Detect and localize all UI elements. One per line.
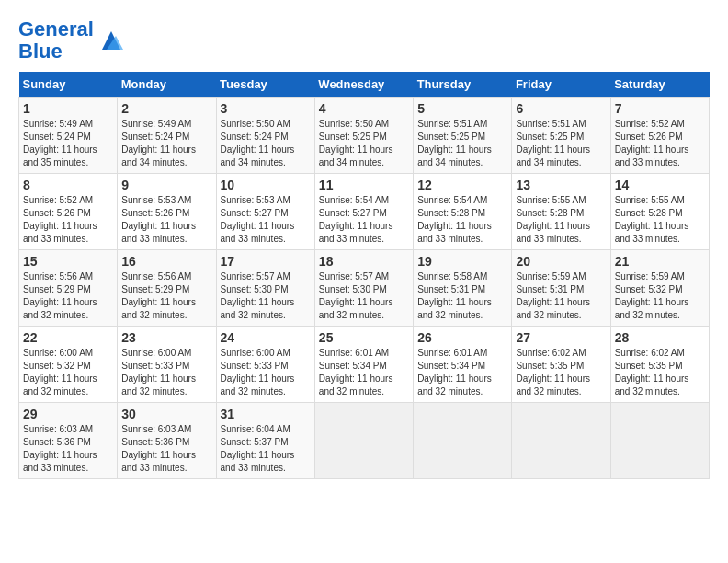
day-info: Sunrise: 5:55 AMSunset: 5:28 PMDaylight:…	[615, 194, 705, 246]
day-info: Sunrise: 6:00 AMSunset: 5:33 PMDaylight:…	[121, 347, 211, 398]
day-number: 15	[23, 254, 113, 269]
calendar-cell: 9Sunrise: 5:53 AMSunset: 5:26 PMDaylight…	[118, 174, 216, 250]
day-info: Sunrise: 6:02 AMSunset: 5:35 PMDaylight:…	[615, 347, 705, 398]
calendar-cell: 31Sunrise: 6:04 AMSunset: 5:37 PMDayligh…	[216, 403, 314, 479]
calendar-cell: 4Sunrise: 5:50 AMSunset: 5:25 PMDaylight…	[314, 98, 413, 174]
day-info: Sunrise: 5:54 AMSunset: 5:28 PMDaylight:…	[417, 194, 507, 246]
day-number: 10	[221, 178, 311, 192]
day-info: Sunrise: 6:03 AMSunset: 5:36 PMDaylight:…	[121, 423, 211, 475]
header-day-thursday: Thursday	[414, 72, 512, 98]
calendar-week-2: 8Sunrise: 5:52 AMSunset: 5:26 PMDaylight…	[19, 174, 710, 250]
calendar-cell: 30Sunrise: 6:03 AMSunset: 5:36 PMDayligh…	[118, 403, 216, 479]
day-info: Sunrise: 6:01 AMSunset: 5:34 PMDaylight:…	[319, 347, 409, 398]
day-info: Sunrise: 6:00 AMSunset: 5:33 PMDaylight:…	[221, 347, 311, 398]
day-number: 6	[516, 101, 606, 116]
day-number: 28	[615, 330, 705, 345]
day-number: 19	[417, 254, 507, 269]
calendar-cell: 5Sunrise: 5:51 AMSunset: 5:25 PMDaylight…	[414, 98, 512, 174]
day-info: Sunrise: 5:49 AMSunset: 5:24 PMDaylight:…	[121, 118, 211, 169]
calendar-week-1: 1Sunrise: 5:49 AMSunset: 5:24 PMDaylight…	[19, 98, 710, 174]
header-day-monday: Monday	[118, 72, 216, 98]
calendar-cell: 6Sunrise: 5:51 AMSunset: 5:25 PMDaylight…	[512, 98, 610, 174]
calendar-cell: 20Sunrise: 5:59 AMSunset: 5:31 PMDayligh…	[512, 250, 610, 327]
header-row: SundayMondayTuesdayWednesdayThursdayFrid…	[19, 72, 710, 98]
day-info: Sunrise: 5:59 AMSunset: 5:31 PMDaylight:…	[516, 270, 606, 322]
calendar-week-5: 29Sunrise: 6:03 AMSunset: 5:36 PMDayligh…	[19, 403, 710, 479]
calendar-cell: 11Sunrise: 5:54 AMSunset: 5:27 PMDayligh…	[314, 174, 413, 250]
calendar-cell: 18Sunrise: 5:57 AMSunset: 5:30 PMDayligh…	[314, 250, 413, 327]
day-number: 12	[417, 178, 507, 192]
day-info: Sunrise: 6:00 AMSunset: 5:32 PMDaylight:…	[23, 347, 113, 398]
day-number: 2	[121, 101, 211, 116]
header-day-sunday: Sunday	[19, 72, 118, 98]
day-info: Sunrise: 5:51 AMSunset: 5:25 PMDaylight:…	[516, 118, 606, 169]
calendar-table: SundayMondayTuesdayWednesdayThursdayFrid…	[18, 72, 710, 479]
day-info: Sunrise: 6:04 AMSunset: 5:37 PMDaylight:…	[221, 423, 311, 475]
calendar-cell: 27Sunrise: 6:02 AMSunset: 5:35 PMDayligh…	[512, 327, 610, 403]
day-info: Sunrise: 5:55 AMSunset: 5:28 PMDaylight:…	[516, 194, 606, 246]
calendar-cell: 8Sunrise: 5:52 AMSunset: 5:26 PMDaylight…	[19, 174, 118, 250]
day-number: 20	[516, 254, 606, 269]
day-number: 22	[23, 330, 113, 345]
day-info: Sunrise: 5:52 AMSunset: 5:26 PMDaylight:…	[615, 118, 705, 169]
header-day-tuesday: Tuesday	[216, 72, 314, 98]
day-number: 5	[417, 101, 507, 116]
calendar-cell: 15Sunrise: 5:56 AMSunset: 5:29 PMDayligh…	[19, 250, 118, 327]
calendar-cell: 29Sunrise: 6:03 AMSunset: 5:36 PMDayligh…	[19, 403, 118, 479]
day-info: Sunrise: 5:50 AMSunset: 5:24 PMDaylight:…	[221, 118, 311, 169]
day-number: 27	[516, 330, 606, 345]
calendar-cell: 23Sunrise: 6:00 AMSunset: 5:33 PMDayligh…	[118, 327, 216, 403]
day-number: 17	[221, 254, 311, 269]
day-info: Sunrise: 5:57 AMSunset: 5:30 PMDaylight:…	[319, 270, 409, 322]
day-info: Sunrise: 5:49 AMSunset: 5:24 PMDaylight:…	[23, 118, 113, 169]
calendar-cell: 21Sunrise: 5:59 AMSunset: 5:32 PMDayligh…	[610, 250, 709, 327]
day-number: 18	[319, 254, 409, 269]
calendar-cell: 22Sunrise: 6:00 AMSunset: 5:32 PMDayligh…	[19, 327, 118, 403]
day-number: 24	[221, 330, 311, 345]
calendar-week-4: 22Sunrise: 6:00 AMSunset: 5:32 PMDayligh…	[19, 327, 710, 403]
day-info: Sunrise: 5:56 AMSunset: 5:29 PMDaylight:…	[121, 270, 211, 322]
calendar-cell: 7Sunrise: 5:52 AMSunset: 5:26 PMDaylight…	[610, 98, 709, 174]
day-info: Sunrise: 5:56 AMSunset: 5:29 PMDaylight:…	[23, 270, 113, 322]
day-number: 25	[319, 330, 409, 345]
calendar-cell: 10Sunrise: 5:53 AMSunset: 5:27 PMDayligh…	[216, 174, 314, 250]
calendar-body: 1Sunrise: 5:49 AMSunset: 5:24 PMDaylight…	[19, 98, 710, 479]
day-info: Sunrise: 6:01 AMSunset: 5:34 PMDaylight:…	[417, 347, 507, 398]
header-day-saturday: Saturday	[610, 72, 709, 98]
day-info: Sunrise: 5:57 AMSunset: 5:30 PMDaylight:…	[221, 270, 311, 322]
day-info: Sunrise: 5:52 AMSunset: 5:26 PMDaylight:…	[23, 194, 113, 246]
calendar-cell	[512, 403, 610, 479]
day-info: Sunrise: 5:51 AMSunset: 5:25 PMDaylight:…	[417, 118, 507, 169]
header-day-wednesday: Wednesday	[314, 72, 413, 98]
calendar-cell	[414, 403, 512, 479]
day-number: 1	[23, 101, 113, 116]
day-number: 8	[23, 178, 113, 192]
day-number: 11	[319, 178, 409, 192]
day-number: 23	[121, 330, 211, 345]
calendar-cell: 25Sunrise: 6:01 AMSunset: 5:34 PMDayligh…	[314, 327, 413, 403]
day-info: Sunrise: 5:58 AMSunset: 5:31 PMDaylight:…	[417, 270, 507, 322]
day-info: Sunrise: 5:54 AMSunset: 5:27 PMDaylight:…	[319, 194, 409, 246]
calendar-cell: 26Sunrise: 6:01 AMSunset: 5:34 PMDayligh…	[414, 327, 512, 403]
day-number: 9	[121, 178, 211, 192]
calendar-cell	[314, 403, 413, 479]
calendar-cell: 2Sunrise: 5:49 AMSunset: 5:24 PMDaylight…	[118, 98, 216, 174]
day-number: 4	[319, 101, 409, 116]
day-number: 29	[23, 407, 113, 421]
logo-text: GeneralBlue	[18, 18, 94, 63]
calendar-cell: 3Sunrise: 5:50 AMSunset: 5:24 PMDaylight…	[216, 98, 314, 174]
day-info: Sunrise: 5:53 AMSunset: 5:26 PMDaylight:…	[121, 194, 211, 246]
day-info: Sunrise: 5:53 AMSunset: 5:27 PMDaylight:…	[221, 194, 311, 246]
calendar-cell: 19Sunrise: 5:58 AMSunset: 5:31 PMDayligh…	[414, 250, 512, 327]
calendar-cell: 1Sunrise: 5:49 AMSunset: 5:24 PMDaylight…	[19, 98, 118, 174]
day-number: 13	[516, 178, 606, 192]
calendar-cell: 16Sunrise: 5:56 AMSunset: 5:29 PMDayligh…	[118, 250, 216, 327]
calendar-week-3: 15Sunrise: 5:56 AMSunset: 5:29 PMDayligh…	[19, 250, 710, 327]
day-info: Sunrise: 5:50 AMSunset: 5:25 PMDaylight:…	[319, 118, 409, 169]
day-number: 21	[615, 254, 705, 269]
header-day-friday: Friday	[512, 72, 610, 98]
logo-icon	[97, 27, 125, 54]
day-number: 31	[221, 407, 311, 421]
day-info: Sunrise: 6:02 AMSunset: 5:35 PMDaylight:…	[516, 347, 606, 398]
logo: GeneralBlue	[18, 18, 125, 63]
